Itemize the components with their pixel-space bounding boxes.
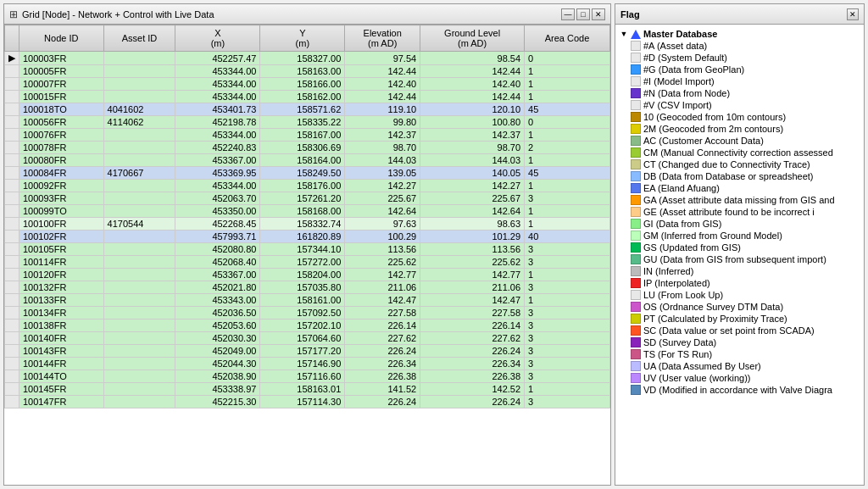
cell-x[interactable]: 452038.90 [175,370,260,383]
table-row[interactable]: 100084FR4170667453369.95158249.50139.051… [5,167,610,180]
tree-expand-icon[interactable]: ▼ [619,29,629,39]
flag-item-SD[interactable]: SD (Survey Data) [617,336,862,348]
flag-item-GE[interactable]: GE (Asset attribute found to be incorrec… [617,206,862,218]
cell-node_id[interactable]: 100132FR [19,281,104,294]
cell-elevation[interactable]: 227.58 [345,307,420,320]
table-row[interactable]: 100114FR452068.40157272.00225.62225.623 [5,256,610,269]
cell-ground_level[interactable]: 120.10 [420,103,525,116]
cell-ground_level[interactable]: 98.54 [420,52,525,65]
cell-node_id[interactable]: 100145FR [19,383,104,396]
col-elevation[interactable]: Elevation(m AD) [345,25,420,52]
cell-node_id[interactable]: 100093FR [19,192,104,205]
cell-elevation[interactable]: 226.34 [345,358,420,370]
cell-y[interactable]: 158162.00 [260,91,345,103]
cell-asset_id[interactable] [103,320,175,332]
cell-x[interactable]: 452198.78 [175,116,260,129]
cell-area_code[interactable]: 45 [525,103,610,116]
flag-item-N[interactable]: #N (Data from Node) [617,87,862,99]
cell-y[interactable]: 157146.90 [260,358,345,370]
cell-asset_id[interactable]: 4170667 [103,167,175,180]
cell-x[interactable]: 452063.70 [175,192,260,205]
cell-y[interactable]: 158327.00 [260,52,345,65]
table-row[interactable]: 100144TO452038.90157116.60226.38226.383 [5,370,610,383]
cell-elevation[interactable]: 144.03 [345,154,420,167]
cell-elevation[interactable]: 142.27 [345,180,420,192]
cell-y[interactable]: 158204.00 [260,269,345,281]
cell-elevation[interactable]: 142.47 [345,294,420,307]
table-row[interactable]: 100147FR452215.30157114.30226.24226.243 [5,396,610,408]
cell-y[interactable]: 158306.69 [260,142,345,154]
cell-node_id[interactable]: 100133FR [19,294,104,307]
cell-node_id[interactable]: 100084FR [19,167,104,180]
cell-y[interactable]: 158163.01 [260,383,345,396]
cell-ground_level[interactable]: 142.44 [420,65,525,78]
cell-node_id[interactable]: 100105FR [19,243,104,256]
cell-y[interactable]: 158571.62 [260,103,345,116]
col-ground-level[interactable]: Ground Level(m AD) [420,25,525,52]
cell-ground_level[interactable]: 140.05 [420,167,525,180]
flag-item-OS[interactable]: OS (Ordnance Survey DTM Data) [617,301,862,313]
cell-area_code[interactable]: 3 [525,345,610,358]
grid-container[interactable]: Node ID Asset ID X(m) Y(m) Elevation(m A… [4,25,610,485]
cell-ground_level[interactable]: 225.67 [420,192,525,205]
flag-item-GS[interactable]: GS (Updated from GIS) [617,242,862,253]
cell-y[interactable]: 157177.20 [260,345,345,358]
cell-asset_id[interactable] [103,383,175,396]
cell-x[interactable]: 452068.40 [175,256,260,269]
flag-close-button[interactable]: ✕ [847,8,859,20]
cell-asset_id[interactable] [103,370,175,383]
cell-asset_id[interactable] [103,281,175,294]
cell-area_code[interactable]: 1 [525,180,610,192]
cell-asset_id[interactable]: 4170544 [103,218,175,231]
flag-item-GI[interactable]: GI (Data from GIS) [617,218,862,230]
flag-item-CM[interactable]: CM (Manual Connectivity correction asses… [617,147,862,158]
table-row[interactable]: 100007FR453344.00158166.00142.40142.401 [5,78,610,91]
cell-x[interactable]: 452257.47 [175,52,260,65]
cell-y[interactable]: 158249.50 [260,167,345,180]
cell-node_id[interactable]: 100138FR [19,320,104,332]
cell-ground_level[interactable]: 101.29 [420,231,525,243]
cell-area_code[interactable]: 3 [525,307,610,320]
cell-asset_id[interactable] [103,256,175,269]
cell-x[interactable]: 452240.83 [175,142,260,154]
cell-elevation[interactable]: 97.54 [345,52,420,65]
flag-item-A[interactable]: #A (Asset data) [617,40,862,52]
cell-area_code[interactable]: 2 [525,142,610,154]
cell-x[interactable]: 452021.80 [175,281,260,294]
cell-x[interactable]: 453343.00 [175,294,260,307]
flag-item-I[interactable]: #I (Model Import) [617,75,862,87]
maximize-button[interactable]: □ [576,8,590,20]
flag-item-V[interactable]: #V (CSV Import) [617,99,862,111]
table-row[interactable]: 100138FR452053.60157202.10226.14226.143 [5,320,610,332]
cell-x[interactable]: 453344.00 [175,78,260,91]
cell-area_code[interactable]: 1 [525,154,610,167]
cell-asset_id[interactable] [103,129,175,142]
cell-node_id[interactable]: 100147FR [19,396,104,408]
cell-y[interactable]: 157261.20 [260,192,345,205]
table-row[interactable]: 100018TO4041602453401.73158571.62119.101… [5,103,610,116]
flag-item-PT[interactable]: PT (Calculated by Proximity Trace) [617,313,862,325]
cell-area_code[interactable]: 3 [525,320,610,332]
cell-elevation[interactable]: 141.52 [345,383,420,396]
cell-ground_level[interactable]: 227.58 [420,307,525,320]
cell-area_code[interactable]: 1 [525,205,610,218]
cell-node_id[interactable]: 100076FR [19,129,104,142]
cell-area_code[interactable]: 1 [525,294,610,307]
cell-area_code[interactable]: 1 [525,78,610,91]
cell-area_code[interactable]: 1 [525,218,610,231]
cell-area_code[interactable]: 1 [525,383,610,396]
cell-y[interactable]: 157035.80 [260,281,345,294]
cell-elevation[interactable]: 226.38 [345,370,420,383]
cell-ground_level[interactable]: 98.63 [420,218,525,231]
cell-x[interactable]: 452215.30 [175,396,260,408]
cell-elevation[interactable]: 227.62 [345,332,420,345]
cell-asset_id[interactable] [103,243,175,256]
cell-asset_id[interactable] [103,269,175,281]
cell-y[interactable]: 158168.00 [260,205,345,218]
cell-area_code[interactable]: 0 [525,52,610,65]
cell-asset_id[interactable] [103,180,175,192]
cell-x[interactable]: 452036.50 [175,307,260,320]
cell-area_code[interactable]: 3 [525,281,610,294]
table-row[interactable]: 100078FR452240.83158306.6998.7098.702 [5,142,610,154]
col-asset-id[interactable]: Asset ID [103,25,175,52]
